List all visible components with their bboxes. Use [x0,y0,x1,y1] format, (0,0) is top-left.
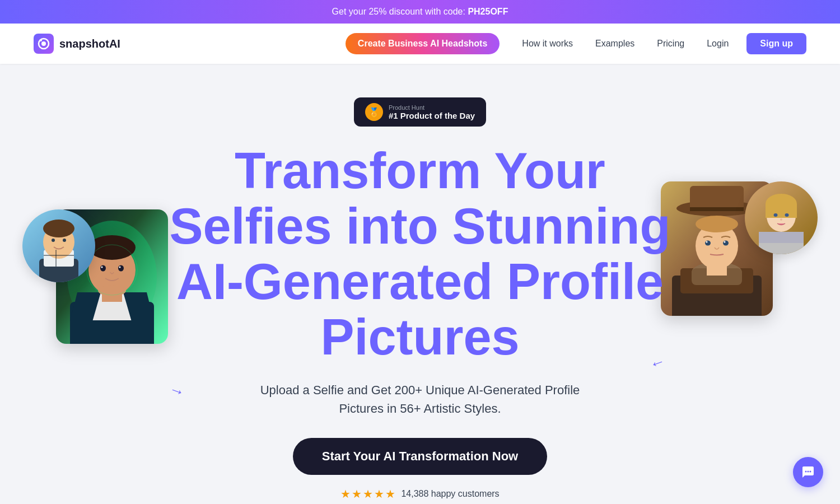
star-3: ★ [363,487,373,501]
product-hunt-badge: 🏅 Product Hunt #1 Product of the Day [354,97,486,127]
hero-title-line1: Transform Your [235,143,605,199]
customers-count: 14,388 happy customers [401,489,499,499]
svg-point-35 [780,218,782,221]
hero-subtitle: Upload a Selfie and Get 200+ Unique AI-G… [246,381,594,418]
svg-point-21 [100,265,106,272]
svg-point-24 [119,267,121,268]
announcement-text: Get your 25% discount with code: [332,7,468,16]
svg-rect-36 [759,232,804,243]
nav-examples[interactable]: Examples [586,34,643,53]
left-before-image [22,209,95,282]
star-1: ★ [340,487,351,501]
svg-point-33 [774,213,778,217]
cta-button[interactable]: Start Your AI Transformation Now [293,438,547,475]
create-headshots-button[interactable]: Create Business AI Headshots [346,33,500,54]
chat-button[interactable] [793,457,823,487]
nav-login[interactable]: Login [698,34,738,53]
svg-rect-40 [690,207,744,211]
announcement-bar: Get your 25% discount with code: PH25OFF [0,0,840,24]
svg-point-54 [810,471,811,473]
promo-code: PH25OFF [468,7,508,16]
star-4: ★ [374,487,384,501]
ph-label: Product Hunt [389,104,475,111]
svg-rect-51 [707,265,727,276]
logo[interactable]: snapshotAI [34,34,120,54]
svg-point-1 [41,41,46,46]
svg-point-47 [705,241,711,246]
svg-point-48 [723,241,729,246]
hero-title-line3: AI-Generated Profile [176,254,664,310]
right-before-image [745,181,818,254]
left-arrow: → [166,380,187,402]
svg-rect-26 [102,291,122,302]
right-image-group: → [661,148,818,361]
logo-text: snapshotAI [59,38,120,50]
svg-rect-32 [766,204,797,218]
logo-icon [34,34,54,54]
nav-links: Create Business AI Headshots How it work… [346,33,806,54]
svg-point-23 [101,267,103,268]
star-2: ★ [352,487,362,501]
svg-point-22 [118,265,124,272]
svg-point-46 [696,216,738,232]
hero-title-line2: Selfies into Stunning [170,198,671,254]
svg-point-50 [724,241,726,243]
svg-point-8 [52,239,55,242]
ph-medal-icon: 🏅 [365,103,383,121]
social-proof: ★ ★ ★ ★ ★ 14,388 happy customers [340,487,499,501]
signup-button[interactable]: Sign up [746,33,806,54]
hero-title: Transform Your Selfies into Stunning AI-… [170,143,671,365]
svg-point-34 [785,213,789,217]
hero-section: → [0,64,840,504]
ph-title: #1 Product of the Day [389,111,475,120]
navbar: snapshotAI Create Business AI Headshots … [0,24,840,64]
svg-rect-39 [690,186,744,211]
left-image-group: → [22,176,174,389]
svg-point-9 [63,239,66,242]
svg-point-49 [706,241,708,243]
ph-text: Product Hunt #1 Product of the Day [389,104,475,120]
svg-point-2 [40,39,42,41]
star-5: ★ [385,487,395,501]
svg-point-20 [88,235,136,260]
svg-point-7 [43,220,74,237]
svg-point-53 [808,471,809,473]
nav-how-it-works[interactable]: How it works [513,34,582,53]
svg-point-52 [805,471,807,473]
nav-pricing[interactable]: Pricing [648,34,693,53]
star-rating: ★ ★ ★ ★ ★ [340,487,395,501]
hero-title-line4: Pictures [320,309,519,365]
